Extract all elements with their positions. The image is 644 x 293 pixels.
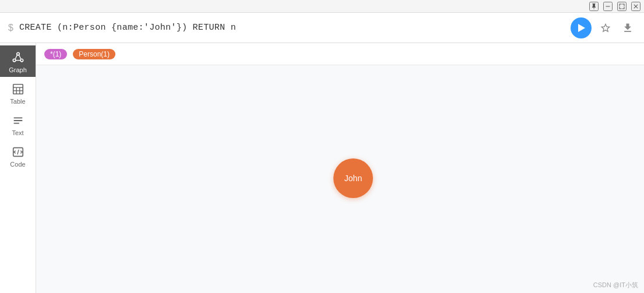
- maximize-icon: [618, 2, 625, 10]
- close-icon: [632, 2, 639, 10]
- top-bar: [0, 0, 644, 13]
- maximize-button[interactable]: [617, 2, 627, 11]
- node-john[interactable]: John: [333, 158, 373, 198]
- svg-line-3: [15, 55, 17, 59]
- pin-button[interactable]: [589, 2, 599, 11]
- sidebar-item-graph[interactable]: Graph: [0, 45, 36, 77]
- svg-line-4: [19, 55, 21, 59]
- filter-bar: *(1) Person(1): [36, 43, 644, 65]
- svg-point-2: [20, 59, 23, 62]
- table-icon: [12, 83, 24, 96]
- minimize-button[interactable]: [603, 2, 613, 11]
- watermark: CSDN @IT小筑: [593, 281, 638, 290]
- all-nodes-badge[interactable]: *(1): [44, 49, 67, 59]
- code-label: Code: [10, 161, 25, 168]
- minimize-icon: [604, 2, 611, 10]
- sidebar-item-code[interactable]: Code: [0, 140, 36, 171]
- graph-icon: [12, 51, 24, 64]
- pin-icon: [590, 2, 597, 10]
- sidebar-item-table[interactable]: Table: [0, 77, 36, 108]
- text-label: Text: [12, 129, 23, 136]
- person-badge[interactable]: Person(1): [73, 49, 115, 59]
- star-icon: [600, 22, 611, 34]
- main-content: *(1) Person(1) John: [36, 43, 644, 293]
- sidebar-item-text[interactable]: Text: [0, 108, 36, 140]
- code-icon: [12, 146, 24, 158]
- graph-area: John: [36, 65, 644, 293]
- favorite-button[interactable]: [597, 20, 614, 36]
- table-label: Table: [10, 98, 25, 105]
- dollar-sign: $: [8, 23, 13, 33]
- graph-label: Graph: [9, 66, 27, 73]
- svg-point-1: [13, 59, 16, 62]
- text-icon: [12, 114, 24, 127]
- download-button[interactable]: [620, 20, 636, 36]
- download-icon: [622, 22, 634, 34]
- query-bar: $ CREATE (n:Person {name:'John'}) RETURN…: [0, 13, 644, 43]
- svg-rect-6: [13, 84, 23, 94]
- play-icon: [578, 24, 585, 32]
- run-button[interactable]: [571, 17, 592, 38]
- sidebar: Graph Table Text: [0, 43, 36, 293]
- query-text: CREATE (n:Person {name:'John'}) RETURN n: [19, 23, 565, 33]
- close-button[interactable]: [631, 2, 641, 11]
